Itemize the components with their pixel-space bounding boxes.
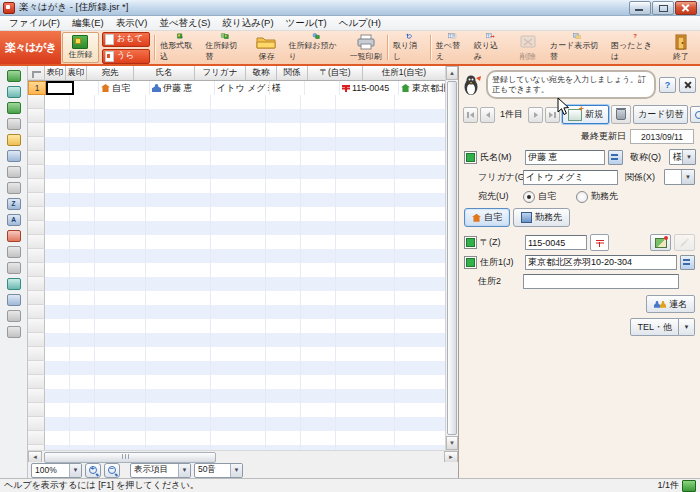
zip-field[interactable] bbox=[525, 235, 587, 250]
cell[interactable] bbox=[301, 361, 336, 375]
cell[interactable] bbox=[95, 333, 146, 347]
cell[interactable] bbox=[336, 109, 395, 123]
cell[interactable] bbox=[395, 445, 445, 450]
maximize-button[interactable] bbox=[652, 1, 674, 15]
cell[interactable] bbox=[70, 389, 95, 403]
cell[interactable] bbox=[70, 305, 95, 319]
cell[interactable] bbox=[266, 291, 301, 305]
column-header-4[interactable]: フリガナ bbox=[195, 66, 246, 80]
table-row[interactable] bbox=[28, 375, 445, 389]
cell[interactable] bbox=[266, 263, 301, 277]
cell[interactable] bbox=[211, 277, 266, 291]
cell[interactable] bbox=[336, 403, 395, 417]
zoom-level-select[interactable]: 100% ▼ bbox=[31, 463, 82, 478]
table-row[interactable] bbox=[28, 277, 445, 291]
filter-button[interactable]: 絞り込み bbox=[471, 31, 509, 64]
open-folder-button[interactable] bbox=[6, 133, 21, 146]
cell[interactable] bbox=[336, 291, 395, 305]
address-book-button[interactable]: 住所録 bbox=[62, 32, 99, 63]
cell[interactable] bbox=[45, 389, 70, 403]
row-number[interactable] bbox=[28, 235, 45, 249]
cell[interactable] bbox=[301, 403, 336, 417]
cell[interactable] bbox=[336, 193, 395, 207]
row-number[interactable] bbox=[28, 263, 45, 277]
cell[interactable] bbox=[95, 291, 146, 305]
cell[interactable] bbox=[95, 221, 146, 235]
cell[interactable] bbox=[95, 403, 146, 417]
cell[interactable] bbox=[336, 375, 395, 389]
cell[interactable] bbox=[95, 137, 146, 151]
row-number[interactable] bbox=[28, 207, 45, 221]
cell[interactable] bbox=[395, 123, 445, 137]
cell[interactable] bbox=[301, 193, 336, 207]
cell[interactable] bbox=[45, 123, 70, 137]
scroll-down-icon[interactable]: ▼ bbox=[446, 436, 458, 450]
cell[interactable] bbox=[336, 95, 395, 109]
addr1-field[interactable] bbox=[525, 255, 677, 270]
row-number[interactable] bbox=[28, 123, 45, 137]
cell[interactable] bbox=[211, 347, 266, 361]
table-row[interactable] bbox=[28, 305, 445, 319]
cell[interactable] bbox=[95, 109, 146, 123]
cell[interactable] bbox=[395, 431, 445, 445]
cell[interactable] bbox=[336, 151, 395, 165]
list-print-button[interactable]: 一覧印刷 bbox=[347, 31, 385, 64]
cell[interactable] bbox=[211, 389, 266, 403]
zip-lookup-button[interactable] bbox=[590, 234, 609, 251]
close-button[interactable] bbox=[675, 1, 697, 15]
cell-zip[interactable]: 115-0045 bbox=[340, 81, 399, 95]
cell[interactable] bbox=[95, 347, 146, 361]
name-assist-button[interactable] bbox=[608, 150, 623, 165]
cell[interactable] bbox=[211, 305, 266, 319]
cell[interactable] bbox=[395, 333, 445, 347]
cell[interactable] bbox=[395, 165, 445, 179]
name-print-indicator[interactable] bbox=[464, 151, 477, 164]
vertical-scroll-thumb[interactable] bbox=[447, 81, 457, 435]
cell[interactable] bbox=[395, 263, 445, 277]
cell[interactable] bbox=[45, 305, 70, 319]
cell[interactable] bbox=[95, 95, 146, 109]
relation-select[interactable]: ▼ bbox=[664, 169, 695, 185]
cell[interactable] bbox=[395, 291, 445, 305]
cell[interactable] bbox=[146, 305, 211, 319]
cell[interactable] bbox=[211, 263, 266, 277]
zoom-out-button[interactable]: − bbox=[104, 463, 120, 478]
cell[interactable] bbox=[301, 431, 336, 445]
cell[interactable] bbox=[336, 207, 395, 221]
column-header-8[interactable]: 住所1(自宅) bbox=[363, 66, 445, 80]
cell[interactable] bbox=[336, 123, 395, 137]
card-view-toggle-button[interactable]: カード表示切替 bbox=[547, 31, 608, 64]
cell[interactable] bbox=[395, 389, 445, 403]
import-other-format-button[interactable]: 他形式取込 bbox=[157, 31, 202, 64]
cell[interactable] bbox=[95, 165, 146, 179]
cell[interactable] bbox=[301, 445, 336, 450]
cell[interactable] bbox=[211, 333, 266, 347]
cell[interactable] bbox=[70, 193, 95, 207]
cell[interactable] bbox=[146, 165, 211, 179]
cell[interactable] bbox=[301, 165, 336, 179]
cell[interactable] bbox=[146, 179, 211, 193]
row-number[interactable] bbox=[28, 319, 45, 333]
cell[interactable] bbox=[336, 179, 395, 193]
column-header-5[interactable]: 敬称 bbox=[246, 66, 277, 80]
cell[interactable] bbox=[146, 151, 211, 165]
addr1-assist-button[interactable] bbox=[680, 255, 695, 270]
row-number[interactable] bbox=[28, 347, 45, 361]
cell[interactable] bbox=[301, 235, 336, 249]
cell[interactable] bbox=[266, 361, 301, 375]
cell[interactable] bbox=[395, 151, 445, 165]
cell[interactable] bbox=[266, 137, 301, 151]
delete-record-button[interactable] bbox=[611, 105, 631, 124]
table-row[interactable] bbox=[28, 431, 445, 445]
cell[interactable] bbox=[70, 445, 95, 450]
cell[interactable] bbox=[211, 123, 266, 137]
cell[interactable] bbox=[395, 221, 445, 235]
cell[interactable] bbox=[70, 151, 95, 165]
cell[interactable] bbox=[266, 389, 301, 403]
cell[interactable] bbox=[70, 179, 95, 193]
check-table-button[interactable] bbox=[6, 277, 21, 290]
cell[interactable] bbox=[301, 291, 336, 305]
cell[interactable] bbox=[146, 109, 211, 123]
cell[interactable] bbox=[336, 417, 395, 431]
search-card-button[interactable] bbox=[690, 106, 700, 123]
